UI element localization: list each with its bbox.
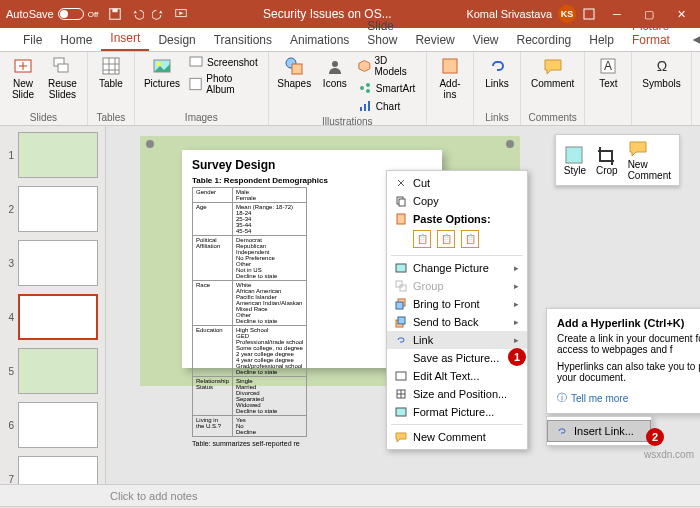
avatar: KS (558, 5, 576, 23)
tab-insert[interactable]: Insert (101, 27, 149, 51)
undo-icon[interactable] (130, 7, 144, 21)
notes-bar[interactable]: Click to add notes (0, 484, 700, 506)
document-title: Security Issues on OS... (188, 7, 466, 21)
addins-button[interactable]: Add-ins (433, 54, 467, 102)
tab-recording[interactable]: Recording (508, 29, 581, 51)
slide-thumbnails: 1 2 3 4 5 6 7 (0, 126, 106, 484)
tab-picture-format[interactable]: Picture Format (623, 15, 684, 51)
hyperlink-tooltip: Add a Hyperlink (Ctrl+K) Create a link i… (546, 308, 700, 414)
paste-options: 📋 📋 📋 (387, 228, 527, 252)
svg-rect-20 (292, 64, 302, 74)
thumbnail-3[interactable] (18, 240, 98, 286)
ribbon: NewSlide ReuseSlides Slides Table Tables… (0, 52, 700, 126)
mini-toolbar: Style Crop NewComment (555, 134, 680, 186)
ctx-format-picture[interactable]: Format Picture... (387, 403, 527, 421)
ctx-change-picture[interactable]: Change Picture▸ (387, 259, 527, 277)
tab-review[interactable]: Review (406, 29, 463, 51)
shapes-button[interactable]: Shapes (275, 54, 314, 91)
screenshot-button[interactable]: Screenshot (187, 54, 262, 70)
svg-rect-41 (396, 302, 403, 309)
svg-rect-35 (399, 199, 405, 206)
svg-point-16 (157, 62, 161, 66)
tab-view[interactable]: View (464, 29, 508, 51)
svg-rect-28 (443, 59, 457, 73)
ctx-cut[interactable]: Cut (387, 174, 527, 192)
ribbon-tabs: File Home Insert Design Transitions Anim… (0, 28, 700, 52)
share-button[interactable] (684, 29, 700, 51)
style-button[interactable]: Style (564, 145, 586, 176)
symbols-button[interactable]: ΩSymbols (638, 54, 684, 91)
tab-transitions[interactable]: Transitions (205, 29, 281, 51)
redo-icon[interactable] (152, 7, 166, 21)
svg-rect-38 (396, 281, 402, 287)
new-comment-button[interactable]: NewComment (628, 139, 671, 181)
autosave-toggle[interactable]: AutoSave Off (6, 8, 98, 20)
reuse-slides-button[interactable]: ReuseSlides (44, 54, 81, 102)
tab-slideshow[interactable]: Slide Show (358, 15, 406, 51)
new-slide-button[interactable]: NewSlide (6, 54, 40, 102)
survey-table: GenderMaleFemale AgeMean (Range: 18-72)1… (192, 187, 307, 437)
ribbon-options-icon[interactable] (582, 7, 596, 21)
watermark: wsxdn.com (644, 449, 694, 460)
tab-animations[interactable]: Animations (281, 29, 358, 51)
thumbnail-1[interactable] (18, 132, 98, 178)
ctx-alt-text[interactable]: Edit Alt Text... (387, 367, 527, 385)
tab-home[interactable]: Home (51, 29, 101, 51)
comment-button[interactable]: Comment (527, 54, 578, 91)
photo-album-button[interactable]: Photo Album (187, 72, 262, 96)
link-submenu: Insert Link... (546, 416, 652, 446)
ctx-save-picture[interactable]: Save as Picture... (387, 349, 527, 367)
title-bar: AutoSave Off Security Issues on OS... Ko… (0, 0, 700, 28)
tab-file[interactable]: File (14, 29, 51, 51)
svg-rect-9 (58, 64, 68, 72)
ctx-link[interactable]: Link▸ (387, 331, 527, 349)
pictures-button[interactable]: Pictures (141, 54, 183, 91)
ctx-paste-label: Paste Options: (387, 210, 527, 228)
svg-rect-44 (396, 372, 406, 380)
svg-rect-43 (398, 317, 405, 324)
thumbnail-7[interactable] (18, 456, 98, 484)
start-icon[interactable] (174, 7, 188, 21)
ctx-bring-front[interactable]: Bring to Front▸ (387, 295, 527, 313)
ctx-size-position[interactable]: Size and Position... (387, 385, 527, 403)
svg-rect-26 (364, 104, 366, 111)
svg-rect-1 (113, 9, 118, 13)
insert-link[interactable]: Insert Link... (547, 420, 651, 442)
paste-opt-3[interactable]: 📋 (461, 230, 479, 248)
user-area[interactable]: Komal Srivastava KS (466, 5, 596, 23)
tell-me-more[interactable]: ⓘTell me more (557, 391, 700, 405)
thumbnail-4[interactable] (18, 294, 98, 340)
svg-rect-33 (566, 147, 582, 163)
tab-design[interactable]: Design (149, 29, 204, 51)
paste-opt-1[interactable]: 📋 (413, 230, 431, 248)
save-icon[interactable] (108, 7, 122, 21)
text-button[interactable]: AText (591, 54, 625, 91)
icons-button[interactable]: Icons (318, 54, 352, 91)
svg-rect-17 (190, 57, 202, 66)
crop-button[interactable]: Crop (596, 145, 618, 176)
svg-rect-27 (368, 101, 370, 111)
table-button[interactable]: Table (94, 54, 128, 91)
marker-1: 1 (508, 348, 526, 366)
svg-rect-37 (396, 264, 406, 272)
svg-rect-25 (360, 107, 362, 111)
svg-point-21 (332, 61, 338, 67)
links-button[interactable]: Links (480, 54, 514, 91)
ctx-new-comment[interactable]: New Comment (387, 428, 527, 446)
thumbnail-2[interactable] (18, 186, 98, 232)
paste-opt-2[interactable]: 📋 (437, 230, 455, 248)
svg-rect-18 (190, 78, 201, 89)
thumbnail-6[interactable] (18, 402, 98, 448)
tab-help[interactable]: Help (580, 29, 623, 51)
svg-text:Ω: Ω (656, 58, 666, 74)
ctx-group[interactable]: Group▸ (387, 277, 527, 295)
chart-button[interactable]: Chart (356, 98, 420, 114)
ctx-send-back[interactable]: Send to Back▸ (387, 313, 527, 331)
ctx-copy[interactable]: Copy (387, 192, 527, 210)
svg-point-23 (366, 83, 370, 87)
svg-rect-39 (400, 285, 406, 291)
thumbnail-5[interactable] (18, 348, 98, 394)
smartart-button[interactable]: SmartArt (356, 80, 420, 96)
3d-models-button[interactable]: 3D Models (356, 54, 420, 78)
svg-rect-3 (584, 9, 594, 19)
